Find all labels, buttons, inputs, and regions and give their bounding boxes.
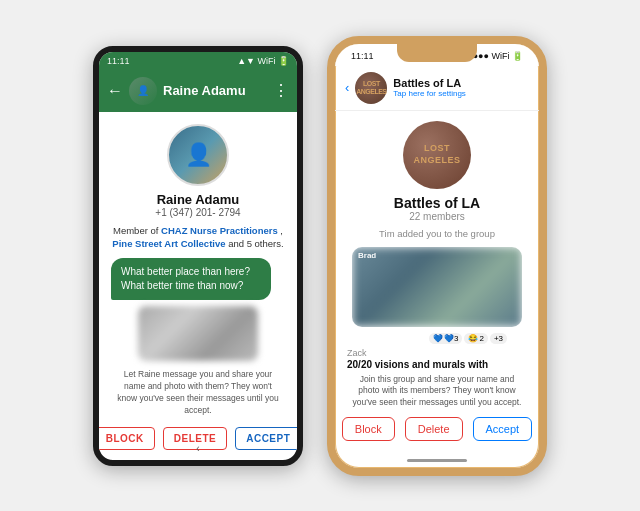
- android-phone: 11:11 ▲▼ WiFi 🔋 ← 👤 Raine Adamu ⋮ 👤 Rain…: [93, 46, 303, 466]
- iphone-phone: 11:11 ●●●● WiFi 🔋 ‹ LOSTANGELES Battles …: [327, 36, 547, 476]
- info-text: Let Raine message you and share your nam…: [111, 369, 285, 417]
- iphone-notch: [397, 44, 477, 62]
- chat-preview-text: 20/20 visions and murals with: [347, 359, 488, 370]
- tap-settings-label[interactable]: Tap here for settings: [393, 89, 529, 98]
- group-members-count: 22 members: [409, 211, 465, 222]
- avatar: 👤: [129, 77, 157, 105]
- blurred-group-image: [352, 247, 522, 327]
- android-header: ← 👤 Raine Adamu ⋮: [99, 70, 297, 112]
- chat-bubble: What better place than here? What better…: [111, 258, 271, 300]
- ios-info-text: Join this group and share your name and …: [347, 374, 527, 410]
- group-image: Brad: [352, 247, 522, 327]
- group-title: Battles of LA: [394, 195, 480, 211]
- ios-accept-button[interactable]: Accept: [473, 417, 533, 441]
- ios-delete-button[interactable]: Delete: [405, 417, 463, 441]
- brad-label: Brad: [358, 251, 376, 260]
- android-nav-bar: ‹: [99, 441, 297, 456]
- profile-bio: Member of CHAZ Nurse Practitioners , Pin…: [111, 224, 285, 251]
- back-button[interactable]: ←: [107, 82, 123, 100]
- ios-action-buttons: Block Delete Accept: [342, 417, 532, 441]
- ios-block-button[interactable]: Block: [342, 417, 395, 441]
- android-icons: ▲▼ WiFi 🔋: [237, 56, 289, 66]
- header-text: Battles of LA Tap here for settings: [393, 77, 529, 98]
- contact-name: Raine Adamu: [163, 83, 267, 98]
- android-time: 11:11: [107, 56, 130, 66]
- android-status-bar: 11:11 ▲▼ WiFi 🔋: [99, 52, 297, 70]
- laugh-reaction: 😂2: [464, 333, 487, 344]
- sender-label: Zack: [347, 348, 488, 358]
- profile-phone: +1 (347) 201- 2794: [155, 207, 240, 218]
- group-avatar-small: LOSTANGELES: [355, 72, 387, 104]
- bio-link-1[interactable]: CHAZ Nurse Practitioners: [161, 225, 278, 236]
- android-content: 👤 Raine Adamu +1 (347) 201- 2794 Member …: [99, 112, 297, 462]
- profile-name: Raine Adamu: [157, 192, 240, 207]
- group-avatar-large: LOSTANGELES: [403, 121, 471, 189]
- group-name-header: Battles of LA: [393, 77, 529, 89]
- ios-time: 11:11: [351, 51, 374, 61]
- emoji-reactions: 💙💙3 😂2 +3: [429, 333, 507, 344]
- chat-preview: Zack 20/20 visions and murals with: [347, 348, 488, 370]
- ios-content: LOSTANGELES Battles of LA 22 members Tim…: [335, 111, 539, 452]
- bio-link-2[interactable]: Pine Street Art Collective: [112, 238, 225, 249]
- heart-reaction: 💙💙3: [429, 333, 462, 344]
- more-options-icon[interactable]: ⋮: [273, 81, 289, 100]
- nav-back[interactable]: ‹: [196, 443, 199, 454]
- blurred-media: [138, 306, 258, 361]
- ios-header: ‹ LOSTANGELES Battles of LA Tap here for…: [335, 66, 539, 111]
- more-reactions: +3: [490, 333, 507, 344]
- profile-avatar: 👤: [167, 124, 229, 186]
- ios-back-button[interactable]: ‹: [345, 80, 349, 95]
- home-indicator: [407, 459, 467, 462]
- added-text: Tim added you to the group: [379, 228, 495, 239]
